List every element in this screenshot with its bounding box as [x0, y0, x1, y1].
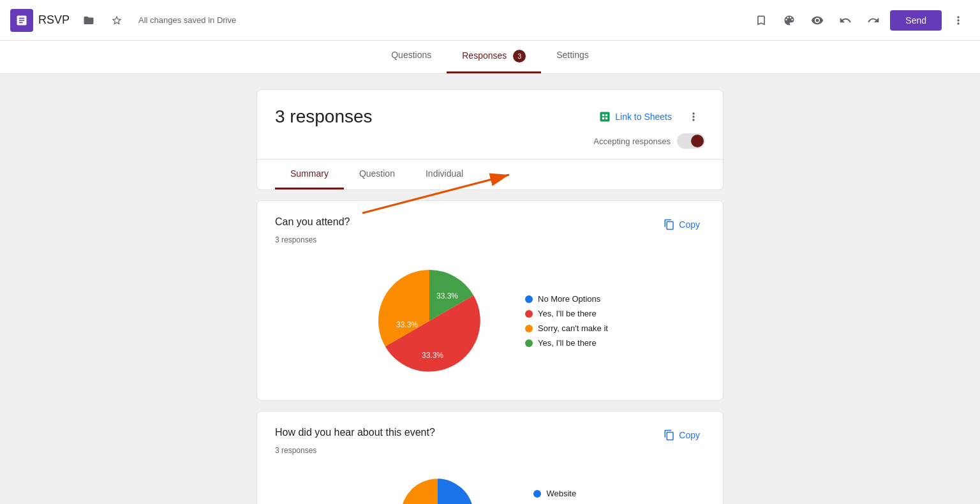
more-options-btn[interactable]: [947, 9, 970, 32]
question1-content: Can you attend? Copy 3 responses 33.: [257, 201, 723, 400]
question1-response-count: 3 responses: [275, 235, 705, 244]
question2-copy-button[interactable]: Copy: [658, 427, 705, 443]
summary-tab-question[interactable]: Question: [344, 159, 410, 189]
question1-chart-area: 33.3% 33.3% 33.3% No More Options Yes, I…: [275, 257, 705, 385]
undo-icon-btn[interactable]: [834, 9, 857, 32]
star-button[interactable]: [105, 9, 128, 32]
svg-text:33.3%: 33.3%: [396, 320, 418, 329]
legend-item-3: Yes, I'll be there: [525, 338, 608, 348]
palette-icon-btn[interactable]: [778, 9, 801, 32]
legend-label-3: Yes, I'll be there: [538, 338, 597, 348]
tab-questions[interactable]: Questions: [376, 41, 447, 73]
question1-legend: No More Options Yes, I'll be there Sorry…: [525, 294, 608, 348]
svg-rect-5: [602, 117, 604, 119]
question2-card: How did you hear about this event? Copy …: [256, 411, 724, 504]
send-button[interactable]: Send: [890, 10, 942, 31]
question2-content: How did you hear about this event? Copy …: [257, 411, 723, 504]
legend-dot-3: [525, 339, 533, 347]
legend-item-2: Sorry, can't make it: [525, 323, 608, 333]
svg-text:33.3%: 33.3%: [422, 351, 443, 360]
preview-icon-btn[interactable]: [806, 9, 829, 32]
question2-legend: Website Friend Newsletter Advertisement: [533, 489, 599, 504]
toggle-knob: [691, 135, 704, 147]
accepting-row: Accepting responses: [275, 128, 705, 159]
response-header: 3 responses Link to Sheets: [257, 90, 723, 159]
responses-header-card: 3 responses Link to Sheets: [256, 89, 724, 190]
legend-dot-1: [525, 310, 533, 318]
svg-rect-4: [605, 114, 607, 116]
accepting-toggle[interactable]: [677, 133, 705, 149]
question2-chart-area: 33.3% 33.3% Website Friend Newsle: [275, 468, 705, 504]
svg-rect-3: [602, 114, 604, 116]
app-title: RSVP: [38, 13, 70, 27]
summary-tab-summary[interactable]: Summary: [275, 159, 344, 189]
question2-header: How did you hear about this event? Copy: [275, 427, 705, 443]
main-content: 3 responses Link to Sheets: [241, 74, 739, 504]
tab-responses[interactable]: Responses 3: [447, 41, 541, 73]
q2-legend-dot-0: [533, 490, 541, 498]
question1-card: Can you attend? Copy 3 responses 33.: [256, 200, 724, 401]
svg-rect-2: [600, 112, 610, 122]
header-actions: Link to Sheets: [593, 105, 705, 128]
svg-text:33.3%: 33.3%: [436, 292, 458, 300]
summary-tab-individual[interactable]: Individual: [410, 159, 479, 189]
q2-legend-label-0: Website: [546, 489, 576, 498]
tab-settings[interactable]: Settings: [541, 41, 604, 73]
question2-pie-chart: 33.3% 33.3%: [380, 474, 495, 504]
save-status: All changes saved in Drive: [138, 15, 236, 25]
question2-copy-label: Copy: [679, 430, 700, 440]
link-sheets-label: Link to Sheets: [615, 112, 672, 122]
legend-item-1: Yes, I'll be there: [525, 309, 608, 318]
responses-more-btn[interactable]: [682, 105, 705, 128]
legend-label-2: Sorry, can't make it: [538, 323, 608, 333]
summary-tabs: Summary Question Individual: [257, 159, 723, 189]
question1-header: Can you attend? Copy: [275, 216, 705, 233]
redo-icon-btn[interactable]: [862, 9, 885, 32]
link-to-sheets-button[interactable]: Link to Sheets: [593, 107, 677, 127]
response-title-row: 3 responses Link to Sheets: [275, 105, 705, 128]
bookmark-icon-btn[interactable]: [750, 9, 773, 32]
app-icon: [10, 9, 33, 32]
question1-title: Can you attend?: [275, 216, 350, 228]
topbar-right: Send: [750, 9, 970, 32]
response-count: 3 responses: [275, 107, 373, 127]
q2-legend-item-0: Website: [533, 489, 599, 498]
question2-response-count: 3 responses: [275, 446, 705, 455]
legend-label-0: No More Options: [538, 294, 600, 304]
topbar-left: RSVP All changes saved in Drive: [10, 9, 750, 32]
question1-copy-label: Copy: [679, 219, 700, 230]
legend-dot-0: [525, 295, 533, 303]
legend-label-1: Yes, I'll be there: [538, 309, 597, 318]
accepting-label: Accepting responses: [593, 137, 671, 146]
legend-dot-2: [525, 325, 533, 332]
question1-copy-button[interactable]: Copy: [658, 216, 705, 233]
nav-tabs: Questions Responses 3 Settings: [0, 41, 980, 74]
topbar: RSVP All changes saved in Drive Send: [0, 0, 980, 41]
question2-title: How did you hear about this event?: [275, 427, 435, 438]
responses-badge: 3: [513, 50, 526, 63]
question1-pie-chart: 33.3% 33.3% 33.3%: [372, 263, 487, 378]
legend-item-0: No More Options: [525, 294, 608, 304]
svg-rect-6: [605, 117, 607, 119]
folder-button[interactable]: [77, 9, 100, 32]
